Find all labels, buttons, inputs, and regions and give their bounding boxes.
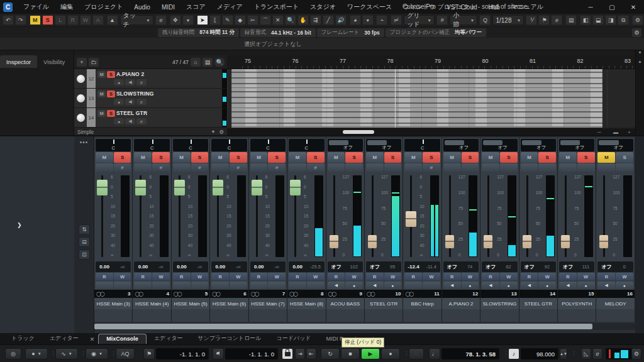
listen-button[interactable] xyxy=(289,163,306,172)
track-row[interactable]: 13 M S SLOWSTRING ● ◀ e xyxy=(74,89,227,108)
fader-handle[interactable] xyxy=(135,180,146,195)
solo-button[interactable]: S xyxy=(384,152,402,163)
channel-name[interactable]: BBC Harp xyxy=(403,298,441,309)
chevron-down-icon[interactable]: ▼ xyxy=(211,129,215,134)
write-automation-button[interactable]: W xyxy=(307,273,325,280)
monitor-button[interactable] xyxy=(173,282,191,289)
fader-value[interactable]: 0.00 xyxy=(134,264,152,270)
listen-button[interactable] xyxy=(211,163,229,172)
color-dropdown[interactable]: ▼ xyxy=(362,15,374,25)
tab-track[interactable]: トラック xyxy=(4,333,42,344)
mute-button[interactable]: M xyxy=(328,152,345,163)
event-display[interactable] xyxy=(227,69,635,128)
pan-control[interactable]: オフ xyxy=(559,139,594,151)
pan-control[interactable]: オフ xyxy=(328,139,363,151)
onscreen-keyboard-icon[interactable]: ▤ xyxy=(565,15,577,25)
listen-button[interactable] xyxy=(328,163,345,172)
write-automation-button[interactable]: W xyxy=(230,273,247,280)
mute-button[interactable]: M xyxy=(366,152,384,163)
project-horizontal-scrollbar[interactable] xyxy=(227,129,635,135)
write-automation-button[interactable]: W xyxy=(191,273,209,280)
pan-control[interactable]: C xyxy=(289,139,324,151)
punch-out-icon[interactable]: ⇤ xyxy=(306,348,316,359)
automation-edit-button[interactable]: e xyxy=(155,15,167,25)
read-automation-button[interactable]: R xyxy=(404,273,422,280)
listen-button[interactable] xyxy=(597,163,615,172)
automation-mode-dropdown[interactable]: タッチ▼ xyxy=(120,15,153,25)
zone-toggle-icon[interactable]: ⊡ xyxy=(79,250,90,260)
menu-item[interactable]: ファイル xyxy=(18,3,55,11)
record-enable-button[interactable]: ● xyxy=(500,282,518,289)
listen-button[interactable] xyxy=(443,163,461,172)
record-enable-button[interactable] xyxy=(191,282,209,289)
track-monitor-button[interactable]: ◀ xyxy=(125,99,135,105)
listen-button[interactable] xyxy=(134,163,152,172)
track-solo-button[interactable]: S xyxy=(107,110,115,117)
channel-name[interactable]: MELODY xyxy=(596,298,634,309)
monitor-button[interactable]: ◀ xyxy=(328,282,345,289)
monitor-button[interactable]: ◀ xyxy=(443,282,461,289)
quantize-panel-icon[interactable]: ⚑ xyxy=(538,15,550,25)
global-s-button[interactable]: S xyxy=(42,15,53,25)
pan-control[interactable]: C xyxy=(134,139,169,151)
cycle-record-mode-dropdown[interactable]: ◉ ▼ xyxy=(86,348,108,359)
record-enable-button[interactable] xyxy=(230,282,247,289)
metronome-edit-button[interactable]: e xyxy=(592,348,602,359)
track-name[interactable]: STEEL GTR xyxy=(116,110,147,116)
solo-button[interactable]: S xyxy=(423,152,440,163)
transport-gear-icon[interactable]: ⚙ xyxy=(631,348,641,359)
scrollbar-thumb[interactable] xyxy=(94,324,592,329)
snap-type-dropdown[interactable]: グリッド▼ xyxy=(404,15,435,25)
maximize-button[interactable]: ▢ xyxy=(601,0,623,14)
track-solo-button[interactable]: S xyxy=(107,71,115,78)
read-automation-button[interactable]: R xyxy=(134,273,152,280)
channel-name[interactable]: ACOU BASS xyxy=(326,298,364,309)
time-warp-tool[interactable]: ⇶ xyxy=(310,15,321,25)
fader-value[interactable]: 0.00 xyxy=(250,264,268,270)
write-automation-button[interactable]: W xyxy=(268,273,286,280)
monitor-button[interactable]: ◀ xyxy=(521,282,538,289)
channel-name[interactable]: STEEL GTR xyxy=(519,298,557,309)
play-tool[interactable]: 🔊 xyxy=(335,15,347,25)
channel-name[interactable]: A.PIANO 2 xyxy=(442,298,480,309)
monitor-button[interactable]: ◀ xyxy=(597,282,615,289)
record-enable-button[interactable]: ● xyxy=(577,282,595,289)
solo-button[interactable]: S xyxy=(230,152,247,163)
tab-visibility[interactable]: Visibility xyxy=(37,55,71,68)
add-track-button[interactable]: + xyxy=(77,58,87,67)
channel-edit-button[interactable] xyxy=(577,163,595,172)
track-list-gear-icon[interactable]: ⚙ xyxy=(219,129,224,135)
quantize-edit-button[interactable]: e xyxy=(551,15,562,25)
peak-value[interactable]: -25.5 xyxy=(306,264,324,270)
tempo-track-icon[interactable]: ♪ xyxy=(508,348,519,359)
fader-handle[interactable] xyxy=(290,180,301,195)
tempo-spinner[interactable]: ▲▼ xyxy=(560,348,567,359)
menu-item[interactable]: MIDI xyxy=(156,4,180,11)
visibility-agents-icon[interactable]: ⌂ xyxy=(191,58,201,67)
listen-button[interactable] xyxy=(96,163,113,172)
tab-エディター[interactable]: エディター xyxy=(147,333,191,344)
read-automation-button[interactable]: R xyxy=(96,273,113,280)
stop-button[interactable]: ■ xyxy=(341,348,360,359)
object-select-tool[interactable]: ➤ xyxy=(197,15,208,25)
channel-edit-button[interactable]: e xyxy=(114,163,131,172)
monitor-button[interactable]: ◀ xyxy=(559,282,577,289)
channel-name[interactable]: STEEL GTR xyxy=(365,298,402,309)
pan-control[interactable]: オフ xyxy=(366,139,401,151)
fader-handle[interactable] xyxy=(406,211,416,227)
find-track-search-icon[interactable]: 🔍 xyxy=(214,58,225,67)
listen-button[interactable] xyxy=(404,163,422,172)
project-vertical-scrollbar[interactable]: ▼▲ xyxy=(635,50,644,135)
peak-value[interactable]: 92 xyxy=(538,264,556,270)
channel-edit-button[interactable] xyxy=(345,163,363,172)
auto-scroll-dropdown[interactable]: ▼ xyxy=(182,15,194,25)
peak-value[interactable]: 102 xyxy=(345,264,363,270)
track-monitor-button[interactable]: ◀ xyxy=(125,79,135,85)
peak-value[interactable]: 0 xyxy=(616,264,633,270)
metronome-click-icon[interactable]: ◺ xyxy=(581,348,591,359)
fader-handle[interactable] xyxy=(330,235,338,248)
timeline-ruler[interactable]: 757677787980818283 xyxy=(227,55,635,69)
track-name[interactable]: SLOWSTRING xyxy=(116,90,154,97)
menu-item[interactable]: 編集 xyxy=(55,3,79,11)
channel-edit-button[interactable] xyxy=(538,163,556,172)
